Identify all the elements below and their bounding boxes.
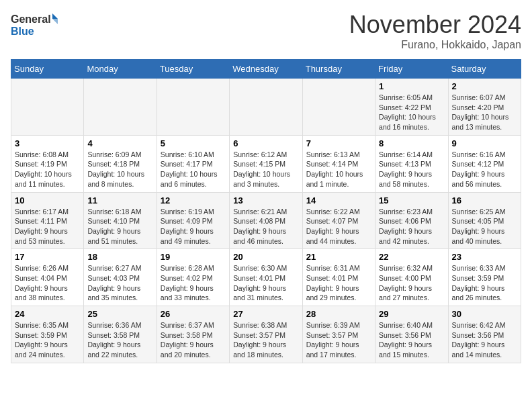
svg-marker-2 (52, 13, 58, 19)
week-row-0: 1Sunrise: 6:05 AM Sunset: 4:22 PM Daylig… (11, 79, 521, 136)
day-number: 17 (15, 252, 80, 262)
week-row-4: 24Sunrise: 6:35 AM Sunset: 3:59 PM Dayli… (11, 306, 521, 363)
day-info: Sunrise: 6:12 AM Sunset: 4:15 PM Dayligh… (233, 150, 298, 189)
calendar-cell: 24Sunrise: 6:35 AM Sunset: 3:59 PM Dayli… (11, 306, 84, 363)
calendar-cell: 3Sunrise: 6:08 AM Sunset: 4:19 PM Daylig… (11, 135, 84, 192)
day-info: Sunrise: 6:22 AM Sunset: 4:07 PM Dayligh… (306, 207, 371, 246)
calendar-cell: 1Sunrise: 6:05 AM Sunset: 4:22 PM Daylig… (375, 79, 448, 136)
day-info: Sunrise: 6:09 AM Sunset: 4:18 PM Dayligh… (87, 150, 152, 189)
day-info: Sunrise: 6:31 AM Sunset: 4:01 PM Dayligh… (306, 263, 371, 303)
day-number: 25 (87, 309, 152, 319)
weekday-header-friday: Friday (375, 60, 448, 79)
calendar-cell: 25Sunrise: 6:36 AM Sunset: 3:58 PM Dayli… (84, 306, 157, 363)
calendar-cell: 5Sunrise: 6:10 AM Sunset: 4:17 PM Daylig… (157, 135, 229, 192)
day-number: 21 (306, 252, 371, 262)
calendar-cell: 15Sunrise: 6:23 AM Sunset: 4:06 PM Dayli… (375, 192, 448, 249)
weekday-header-tuesday: Tuesday (157, 60, 229, 79)
month-title: November 2024 (349, 11, 521, 39)
svg-text:General: General (11, 13, 51, 25)
day-info: Sunrise: 6:37 AM Sunset: 3:58 PM Dayligh… (161, 320, 226, 360)
calendar-cell: 11Sunrise: 6:18 AM Sunset: 4:10 PM Dayli… (84, 192, 157, 249)
day-info: Sunrise: 6:27 AM Sunset: 4:03 PM Dayligh… (87, 263, 152, 303)
day-info: Sunrise: 6:33 AM Sunset: 3:59 PM Dayligh… (452, 263, 517, 303)
weekday-header-row: SundayMondayTuesdayWednesdayThursdayFrid… (11, 60, 521, 79)
day-info: Sunrise: 6:35 AM Sunset: 3:59 PM Dayligh… (15, 320, 80, 360)
day-number: 29 (379, 309, 444, 319)
day-number: 28 (306, 309, 371, 319)
day-info: Sunrise: 6:42 AM Sunset: 3:56 PM Dayligh… (452, 320, 517, 360)
day-info: Sunrise: 6:28 AM Sunset: 4:02 PM Dayligh… (161, 263, 226, 303)
day-number: 8 (379, 138, 444, 148)
week-row-1: 3Sunrise: 6:08 AM Sunset: 4:19 PM Daylig… (11, 135, 521, 192)
calendar-cell: 18Sunrise: 6:27 AM Sunset: 4:03 PM Dayli… (84, 249, 157, 306)
calendar-cell: 30Sunrise: 6:42 AM Sunset: 3:56 PM Dayli… (448, 306, 521, 363)
week-row-2: 10Sunrise: 6:17 AM Sunset: 4:11 PM Dayli… (11, 192, 521, 249)
day-info: Sunrise: 6:23 AM Sunset: 4:06 PM Dayligh… (379, 207, 444, 246)
calendar-cell: 23Sunrise: 6:33 AM Sunset: 3:59 PM Dayli… (448, 249, 521, 306)
day-info: Sunrise: 6:05 AM Sunset: 4:22 PM Dayligh… (379, 93, 444, 132)
day-number: 1 (379, 81, 444, 91)
day-number: 4 (87, 138, 152, 148)
day-number: 18 (87, 252, 152, 262)
day-info: Sunrise: 6:13 AM Sunset: 4:14 PM Dayligh… (306, 150, 371, 189)
weekday-header-sunday: Sunday (11, 60, 84, 79)
header: GeneralBlue November 2024 Furano, Hokkai… (11, 11, 521, 51)
day-number: 14 (306, 195, 371, 205)
day-number: 3 (15, 138, 80, 148)
day-info: Sunrise: 6:14 AM Sunset: 4:13 PM Dayligh… (379, 150, 444, 189)
calendar-cell: 22Sunrise: 6:32 AM Sunset: 4:00 PM Dayli… (375, 249, 448, 306)
day-number: 9 (452, 138, 517, 148)
svg-text:Blue: Blue (11, 26, 34, 37)
calendar-cell: 4Sunrise: 6:09 AM Sunset: 4:18 PM Daylig… (84, 135, 157, 192)
day-number: 24 (15, 309, 80, 319)
weekday-header-wednesday: Wednesday (230, 60, 302, 79)
day-number: 16 (452, 195, 517, 205)
day-number: 2 (452, 81, 517, 91)
logo-svg: GeneralBlue (11, 11, 64, 38)
calendar-cell (11, 79, 84, 136)
day-info: Sunrise: 6:10 AM Sunset: 4:17 PM Dayligh… (161, 150, 226, 189)
day-info: Sunrise: 6:18 AM Sunset: 4:10 PM Dayligh… (87, 207, 152, 246)
day-info: Sunrise: 6:39 AM Sunset: 3:57 PM Dayligh… (306, 320, 371, 360)
calendar-cell: 26Sunrise: 6:37 AM Sunset: 3:58 PM Dayli… (157, 306, 229, 363)
day-number: 26 (161, 309, 226, 319)
calendar-cell (157, 79, 229, 136)
calendar-cell: 28Sunrise: 6:39 AM Sunset: 3:57 PM Dayli… (302, 306, 375, 363)
day-info: Sunrise: 6:16 AM Sunset: 4:12 PM Dayligh… (452, 150, 517, 189)
day-number: 23 (452, 252, 517, 262)
day-info: Sunrise: 6:25 AM Sunset: 4:05 PM Dayligh… (452, 207, 517, 246)
calendar-cell: 27Sunrise: 6:38 AM Sunset: 3:57 PM Dayli… (230, 306, 302, 363)
calendar-cell: 19Sunrise: 6:28 AM Sunset: 4:02 PM Dayli… (157, 249, 229, 306)
day-number: 22 (379, 252, 444, 262)
calendar-cell: 13Sunrise: 6:21 AM Sunset: 4:08 PM Dayli… (230, 192, 302, 249)
calendar-cell (230, 79, 302, 136)
day-info: Sunrise: 6:38 AM Sunset: 3:57 PM Dayligh… (233, 320, 298, 360)
day-number: 10 (15, 195, 80, 205)
day-info: Sunrise: 6:19 AM Sunset: 4:09 PM Dayligh… (161, 207, 226, 246)
day-number: 15 (379, 195, 444, 205)
weekday-header-monday: Monday (84, 60, 157, 79)
calendar-cell: 17Sunrise: 6:26 AM Sunset: 4:04 PM Dayli… (11, 249, 84, 306)
day-number: 30 (452, 309, 517, 319)
day-info: Sunrise: 6:30 AM Sunset: 4:01 PM Dayligh… (233, 263, 298, 303)
svg-marker-3 (52, 19, 58, 24)
day-info: Sunrise: 6:07 AM Sunset: 4:20 PM Dayligh… (452, 93, 517, 132)
day-number: 5 (161, 138, 226, 148)
day-info: Sunrise: 6:21 AM Sunset: 4:08 PM Dayligh… (233, 207, 298, 246)
day-info: Sunrise: 6:32 AM Sunset: 4:00 PM Dayligh… (379, 263, 444, 303)
calendar-cell: 16Sunrise: 6:25 AM Sunset: 4:05 PM Dayli… (448, 192, 521, 249)
day-number: 7 (306, 138, 371, 148)
day-info: Sunrise: 6:36 AM Sunset: 3:58 PM Dayligh… (87, 320, 152, 360)
calendar-cell (84, 79, 157, 136)
calendar-cell: 8Sunrise: 6:14 AM Sunset: 4:13 PM Daylig… (375, 135, 448, 192)
day-info: Sunrise: 6:08 AM Sunset: 4:19 PM Dayligh… (15, 150, 80, 189)
calendar-cell: 14Sunrise: 6:22 AM Sunset: 4:07 PM Dayli… (302, 192, 375, 249)
calendar-cell: 10Sunrise: 6:17 AM Sunset: 4:11 PM Dayli… (11, 192, 84, 249)
location-title: Furano, Hokkaido, Japan (349, 39, 521, 51)
calendar-cell: 29Sunrise: 6:40 AM Sunset: 3:56 PM Dayli… (375, 306, 448, 363)
day-number: 12 (161, 195, 226, 205)
day-number: 19 (161, 252, 226, 262)
day-number: 6 (233, 138, 298, 148)
day-number: 11 (87, 195, 152, 205)
calendar-cell: 2Sunrise: 6:07 AM Sunset: 4:20 PM Daylig… (448, 79, 521, 136)
